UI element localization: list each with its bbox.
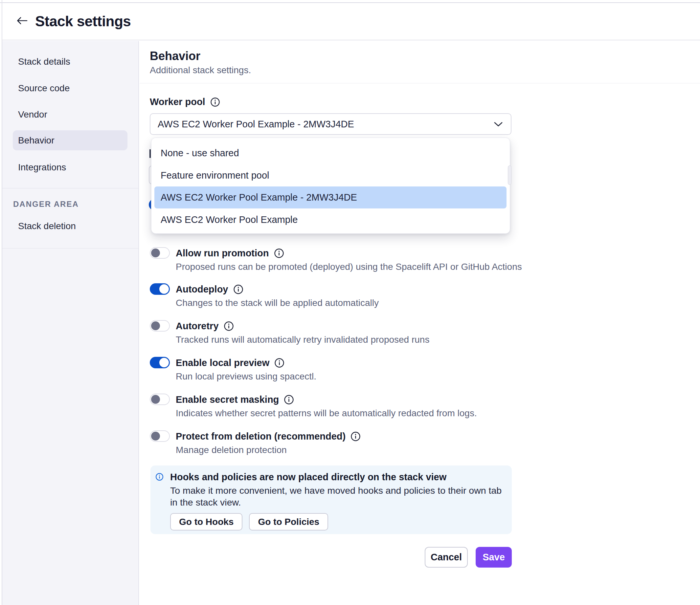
hooks-policies-notice: Hooks and policies are now placed direct…: [150, 466, 512, 534]
enable-local-preview-toggle[interactable]: [150, 357, 170, 368]
worker-pool-label: Worker pool: [150, 97, 205, 107]
occluded-field-label-fragment: [149, 149, 151, 158]
info-icon[interactable]: [224, 321, 234, 331]
toggle-label: Protect from deletion (recommended): [176, 431, 346, 442]
section-heading: Behavior: [150, 49, 200, 63]
toggle-label-row: Enable secret masking: [176, 393, 294, 406]
save-button[interactable]: Save: [476, 547, 512, 568]
dropdown-option-aws-ec2-2mw3j4de[interactable]: AWS EC2 Worker Pool Example - 2MW3J4DE: [154, 186, 506, 208]
notice-body: To make it more convenient, we have move…: [170, 484, 503, 508]
toggle-description: Run local previews using spacectl.: [176, 371, 316, 382]
info-icon[interactable]: [274, 358, 284, 368]
info-icon[interactable]: [284, 395, 294, 405]
go-to-policies-button[interactable]: Go to Policies: [249, 513, 328, 530]
notice-buttons: Go to Hooks Go to Policies: [170, 513, 328, 530]
sidebar: [2, 41, 139, 605]
dropdown-option-none[interactable]: None - use shared: [151, 142, 510, 164]
danger-area-heading: DANGER AREA: [13, 200, 79, 209]
arrow-left-icon: [16, 16, 28, 27]
toggle-knob: [151, 432, 160, 441]
toggle-label-row: Allow run promotion: [176, 246, 284, 260]
sidebar-item-stack-deletion[interactable]: Stack deletion: [18, 219, 76, 233]
worker-pool-select[interactable]: AWS EC2 Worker Pool Example - 2MW3J4DE: [150, 113, 511, 135]
toggle-label-row: Autodeploy: [176, 283, 243, 296]
sidebar-item-integrations[interactable]: Integrations: [18, 161, 66, 174]
info-icon[interactable]: [274, 248, 284, 258]
notice-title: Hooks and policies are now placed direct…: [170, 472, 446, 482]
worker-pool-dropdown: None - use shared Feature environment po…: [151, 137, 510, 234]
toggle-knob: [159, 358, 169, 367]
toggle-description: Tracked runs will automatically retry in…: [176, 335, 429, 345]
dropdown-option-aws-ec2[interactable]: AWS EC2 Worker Pool Example: [151, 208, 510, 231]
toggle-label: Autoretry: [176, 321, 219, 332]
dropdown-option-feature-pool[interactable]: Feature environment pool: [151, 164, 510, 186]
sidebar-item-label: Behavior: [18, 130, 54, 150]
toggle-description: Proposed runs can be promoted (deployed)…: [176, 262, 522, 272]
back-button[interactable]: [15, 14, 29, 29]
toggle-description: Indicates whether secret patterns will b…: [176, 408, 477, 419]
toggle-knob: [151, 395, 160, 404]
enable-secret-masking-toggle[interactable]: [150, 394, 170, 405]
chevron-down-icon: [494, 122, 503, 127]
worker-pool-selected-value: AWS EC2 Worker Pool Example - 2MW3J4DE: [158, 119, 494, 130]
toggle-label-row: Autoretry: [176, 319, 234, 333]
toggle-knob: [151, 321, 160, 330]
sidebar-divider: [2, 248, 139, 248]
cancel-button[interactable]: Cancel: [425, 547, 468, 568]
dropdown-scrollbar-thumb[interactable]: [508, 165, 511, 185]
info-icon[interactable]: [350, 431, 361, 442]
info-icon[interactable]: [210, 97, 220, 107]
toggle-description: Changes to the stack will be applied aut…: [176, 298, 379, 308]
sidebar-item-stack-details[interactable]: Stack details: [18, 55, 70, 68]
toggle-label: Enable secret masking: [176, 394, 279, 405]
toggle-label: Enable local preview: [176, 358, 269, 368]
sidebar-item-behavior[interactable]: Behavior: [13, 130, 127, 150]
toggle-label-row: Enable local preview: [176, 356, 284, 369]
protect-from-deletion-toggle[interactable]: [150, 430, 170, 442]
allow-run-promotion-toggle[interactable]: [150, 247, 170, 259]
autoretry-toggle[interactable]: [150, 320, 170, 332]
go-to-hooks-button[interactable]: Go to Hooks: [170, 513, 243, 530]
page-title: Stack settings: [35, 13, 131, 30]
info-icon[interactable]: [233, 284, 243, 294]
sidebar-item-source-code[interactable]: Source code: [18, 82, 70, 95]
sidebar-item-vendor[interactable]: Vendor: [18, 108, 47, 121]
toggle-label: Allow run promotion: [176, 248, 269, 259]
header: Stack settings: [2, 3, 700, 41]
toggle-label-row: Protect from deletion (recommended): [176, 430, 361, 443]
worker-pool-label-row: Worker pool: [150, 97, 220, 107]
autodeploy-toggle[interactable]: [150, 283, 170, 295]
section-divider: [140, 83, 700, 83]
toggle-knob: [151, 248, 160, 257]
toggle-knob: [159, 284, 169, 294]
section-subheading: Additional stack settings.: [150, 65, 251, 76]
toggle-label: Autodeploy: [176, 284, 228, 295]
toggle-description: Manage deletion protection: [176, 445, 287, 455]
info-icon: [155, 473, 164, 481]
stack-settings-page: Stack settings Stack details Source code…: [0, 0, 700, 605]
sidebar-divider: [2, 188, 139, 188]
